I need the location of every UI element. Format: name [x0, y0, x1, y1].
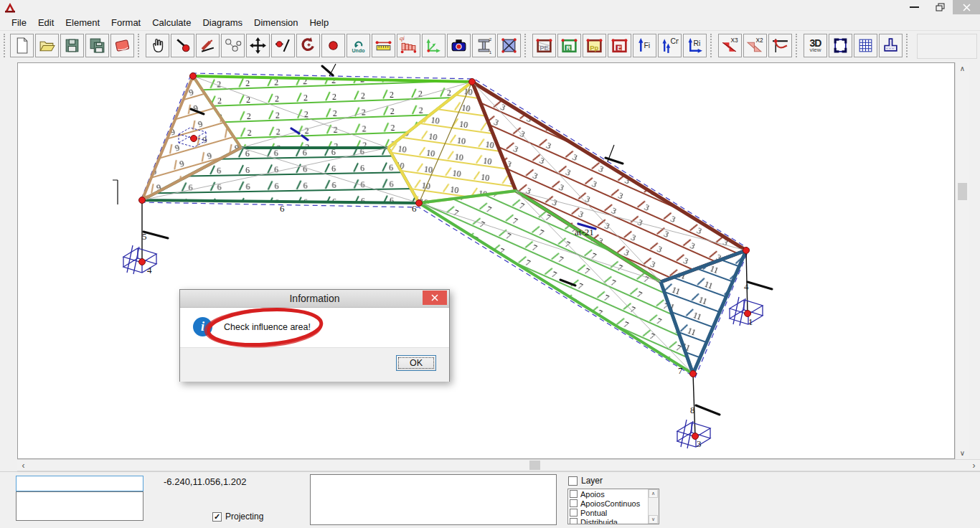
svg-text:Fi: Fi: [644, 42, 650, 50]
window-zoom-button[interactable]: [829, 34, 852, 57]
measure-button[interactable]: [372, 34, 395, 57]
layer-list[interactable]: ApoiosApoiosContinuosPontualDistribuida …: [567, 489, 659, 524]
svg-text:5: 5: [142, 231, 147, 242]
drawing-canvas[interactable]: 269103711: [17, 62, 955, 459]
layer-item-distribuida[interactable]: Distribuida: [568, 517, 659, 524]
layer-option[interactable]: Layer: [568, 476, 603, 486]
support-t-icon: [882, 37, 900, 55]
status-input-top[interactable]: [16, 476, 143, 491]
status-input-bottom[interactable]: [16, 491, 143, 521]
minimize-button[interactable]: [901, 0, 927, 14]
horizontal-scrollbar[interactable]: ‹ ›: [17, 459, 980, 471]
grid-button[interactable]: [854, 34, 877, 57]
cross-section-button[interactable]: 21: [472, 34, 496, 57]
influence-line-icon: [771, 37, 789, 55]
svg-text:at-21: at-21: [575, 227, 594, 237]
projecting-checkbox[interactable]: [212, 512, 222, 522]
insert-node-button[interactable]: [321, 34, 345, 57]
svg-text:X3: X3: [731, 37, 739, 44]
toolbar-separator: [710, 34, 716, 57]
panel-element-button[interactable]: [497, 34, 521, 57]
layer-item-label: Apoios: [580, 490, 605, 499]
menu-file[interactable]: File: [6, 16, 32, 29]
new-file-button[interactable]: [10, 34, 34, 57]
svg-text:4: 4: [744, 281, 749, 292]
local-axes-button[interactable]: [422, 34, 446, 57]
materials-book-button[interactable]: [110, 34, 134, 57]
envelope-x2-button[interactable]: X2: [743, 34, 767, 57]
svg-text:Pp: Pp: [590, 44, 598, 52]
envelope-x3-button[interactable]: X3: [718, 34, 742, 57]
scroll-up-icon[interactable]: ∧: [956, 62, 969, 75]
move-button[interactable]: [246, 34, 270, 57]
add-node-button[interactable]: [171, 34, 194, 57]
reaction-ri-button[interactable]: Ri: [683, 34, 707, 57]
undo-button[interactable]: Undo: [347, 34, 370, 57]
layer-item-apoios[interactable]: Apoios: [568, 489, 659, 499]
svg-text:PE: PE: [540, 44, 549, 52]
toolbar-drag-handle[interactable]: [4, 34, 8, 57]
layer-list-scrollbar[interactable]: ∧ ∨: [648, 489, 659, 524]
svg-text:4: 4: [147, 265, 152, 275]
load-r-button[interactable]: R: [557, 34, 581, 57]
load-pp-button[interactable]: Pp: [583, 34, 606, 57]
horizontal-scroll-thumb[interactable]: [529, 461, 540, 470]
layer-item-label: Pontual: [580, 509, 607, 517]
axes-icon: [425, 37, 443, 55]
load-e-button[interactable]: E: [608, 34, 631, 57]
menu-help[interactable]: Help: [303, 16, 334, 29]
open-file-button[interactable]: [35, 34, 59, 57]
scroll-down-icon[interactable]: ∨: [956, 447, 969, 459]
view-3d-sublabel: view: [809, 47, 821, 53]
force-fi-button[interactable]: Fi: [633, 34, 656, 57]
view-3d-button[interactable]: 3D view: [804, 34, 827, 57]
scroll-left-icon[interactable]: ‹: [17, 460, 29, 471]
dialog-title[interactable]: Information: [180, 290, 449, 307]
titlebar: [0, 0, 980, 14]
layer-item-label: ApoiosContinuos: [580, 499, 640, 508]
close-icon: [963, 4, 971, 11]
camera-button[interactable]: [447, 34, 471, 57]
save-file-button[interactable]: [60, 34, 84, 57]
link-nodes-button[interactable]: [221, 34, 245, 57]
rotate-button[interactable]: [296, 34, 320, 57]
message-box: [310, 474, 557, 525]
layer-item-checkbox[interactable]: [570, 509, 578, 517]
pan-button[interactable]: [146, 34, 169, 57]
dialog-close-button[interactable]: [423, 291, 447, 305]
menu-diagrams[interactable]: Diagrams: [197, 16, 248, 29]
menu-element[interactable]: Element: [60, 16, 105, 29]
save-all-button[interactable]: [85, 34, 109, 57]
edit-element-button[interactable]: [196, 34, 220, 57]
layer-scroll-up-icon[interactable]: ∧: [649, 489, 658, 498]
restore-button[interactable]: [927, 0, 953, 14]
ok-button[interactable]: OK: [396, 355, 436, 371]
svg-text:2: 2: [489, 37, 492, 42]
menu-dimension[interactable]: Dimension: [248, 16, 303, 29]
vertical-scrollbar[interactable]: ∧ ∨: [955, 62, 969, 459]
scroll-right-icon[interactable]: ›: [968, 460, 980, 471]
layer-checkbox[interactable]: [568, 476, 578, 486]
supports-button[interactable]: [879, 34, 903, 57]
marker-pen-icon: [199, 37, 217, 55]
load-pe-button[interactable]: PE: [532, 34, 556, 57]
layer-item-apoioscontinuos[interactable]: ApoiosContinuos: [568, 499, 659, 508]
layer-scroll-down-icon[interactable]: ∨: [649, 515, 658, 524]
layer-item-checkbox[interactable]: [570, 499, 578, 507]
vertical-scroll-thumb[interactable]: [958, 183, 967, 200]
distributed-load-button[interactable]: qi: [397, 34, 420, 57]
workspace: 269103711: [0, 62, 980, 459]
svg-text:E: E: [617, 44, 621, 52]
menu-edit[interactable]: Edit: [32, 16, 60, 29]
layer-label: Layer: [581, 476, 603, 486]
layer-item-checkbox[interactable]: [570, 490, 578, 498]
force-cn-button[interactable]: Cn: [658, 34, 682, 57]
layer-item-checkbox[interactable]: [570, 518, 578, 524]
close-button[interactable]: [953, 0, 980, 14]
layer-item-pontual[interactable]: Pontual: [568, 508, 659, 517]
influence-line-button[interactable]: [768, 34, 792, 57]
menu-calculate[interactable]: Calculate: [146, 16, 197, 29]
projecting-option[interactable]: Projecting: [212, 512, 263, 522]
menu-format[interactable]: Format: [105, 16, 146, 29]
insert-bar-button[interactable]: [271, 34, 295, 57]
